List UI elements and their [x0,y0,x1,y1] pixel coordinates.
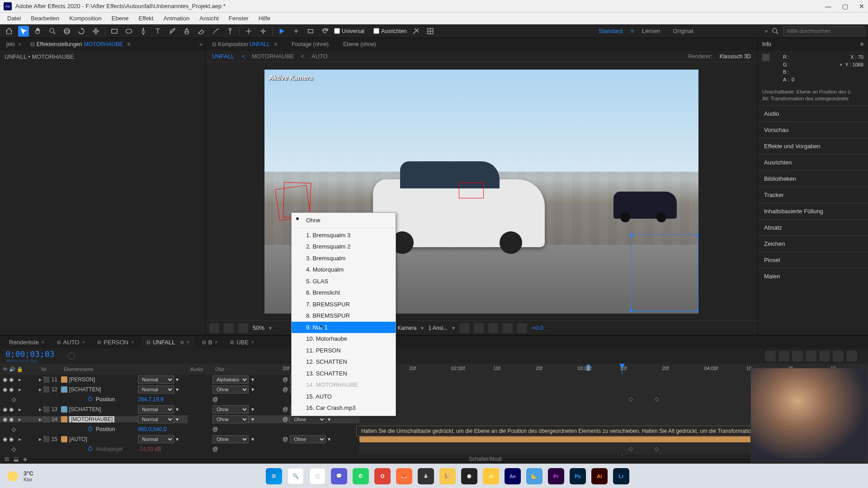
dropdown-item[interactable]: 4. Motorqualm [292,264,396,276]
layer-row[interactable]: ◉◉ ▸▸ ⬛ 11[PERSON]Normal▾Alphakanal▾@ ▾ [0,375,868,385]
nav-unfall[interactable]: UNFALL [212,53,234,60]
help-search[interactable] [771,26,864,36]
premiere-icon[interactable]: Pr [548,468,564,484]
tl-btn-5[interactable] [819,351,830,361]
after-effects-icon[interactable]: Ae [505,468,521,484]
zoom-value[interactable]: 50% [253,324,264,331]
dropdown-item[interactable]: 11. PERSON [292,345,396,357]
panel-effekte[interactable]: Effekte und Vorgaben [758,138,868,154]
selection-tool[interactable] [18,26,29,37]
snap-grid-tool[interactable] [425,26,436,37]
clone-stamp-tool[interactable] [181,26,192,37]
dropdown-item-ohne[interactable]: Ohne [292,215,396,226]
close-button[interactable]: ✕ [859,3,864,10]
puppet-pin-tool[interactable] [225,26,236,37]
refresh-button[interactable] [320,26,330,37]
start-button[interactable]: ⊞ [266,468,282,484]
panel-pinsel[interactable]: Pinsel [758,252,868,268]
hand-tool[interactable] [33,26,43,37]
dropdown-item[interactable]: 2. Bremsqualm 2 [292,241,396,253]
schalter-modi[interactable]: Schalter/Modi [469,456,502,462]
menu-hilfe[interactable]: Hilfe [254,14,275,23]
add-frame-button[interactable] [291,26,302,37]
tl-btn-6[interactable] [833,351,844,361]
exposure-value[interactable]: +0,0 [532,324,543,331]
explorer-icon[interactable]: 📁 [483,468,499,484]
brush-tool[interactable] [167,26,178,37]
maximize-button[interactable]: ▢ [842,3,848,10]
menu-ebene[interactable]: Ebene [107,14,133,23]
tl-btn-2[interactable] [778,351,789,361]
menu-effekt[interactable]: Effekt [134,14,158,23]
selection-box[interactable] [631,235,698,311]
dropdown-item[interactable]: 1. Bremsqualm 3 [292,230,396,241]
opera-icon[interactable]: O [374,468,391,484]
timeline-tab-unfall[interactable]: ⊟UNFALL≡× [141,337,195,347]
minimize-button[interactable]: — [825,3,831,10]
snapshot-icon[interactable] [503,323,513,333]
weather-widget[interactable]: 3°C Klar [6,470,33,483]
ausrichten-checkbox[interactable]: Ausrichten [373,28,407,34]
layer-row[interactable]: ◉◉ ▸▸ ⬛ 13[SCHATTEN]Normal▾Ohne▾@ ▾ [0,404,868,414]
dropdown-item[interactable]: 7. BREMSSPUR [292,299,396,310]
current-timecode[interactable]: 0;00;03;03 [5,349,54,359]
panel-ausrichten[interactable]: Ausrichten [758,154,868,170]
dropdown-item[interactable]: 10. Motorhaube [292,333,396,345]
zoom-tool[interactable] [47,26,58,37]
roto-brush-tool[interactable] [210,26,221,37]
timeline-tab-person[interactable]: ⊟PERSON× [92,337,139,347]
task-view-icon[interactable]: ◫ [309,468,326,484]
share-icon[interactable] [459,323,469,333]
axis-tool[interactable] [243,26,254,37]
nav-auto[interactable]: AUTO [311,53,328,60]
illustrator-icon[interactable]: Ai [591,468,608,484]
dropdown-item[interactable]: 9. Null 1↖ [292,322,396,333]
photoshop-icon[interactable]: Ps [570,468,586,484]
panel-absatz[interactable]: Absatz [758,219,868,235]
lightroom-icon[interactable]: Lr [613,468,629,484]
layer-row[interactable]: ◉◉ ▸▸ ⬛ 12[SCHATTEN]Normal▾Ohne▾@ ▾ [0,385,868,394]
search-taskbar-icon[interactable]: 🔍 [288,468,304,484]
panel-vorschau[interactable]: Vorschau [758,122,868,138]
renderer-value[interactable]: Klassisch 3D [720,53,751,60]
tl-footer-btn1[interactable]: ⊞ [5,456,9,462]
help-search-input[interactable] [783,26,864,36]
ellipse-tool[interactable] [123,26,134,37]
timecode-icon[interactable] [488,323,498,333]
firefox-icon[interactable]: 🦊 [396,468,412,484]
timeline-search-icon[interactable] [68,352,75,360]
menu-bearbeiten[interactable]: Bearbeiten [26,14,64,23]
tab-ebene[interactable]: Ebene (ohne) [340,39,380,49]
nav-motorhaube[interactable]: MOTORHAUBE [252,53,294,60]
layer-row[interactable]: ◇Ŏ Position264,7,19,9@◇◇ [0,394,868,404]
timeline-tab-ube[interactable]: ⊟UBE× [225,337,259,347]
menu-datei[interactable]: Datei [3,14,25,23]
tl-btn-7[interactable] [846,351,857,361]
tab-footage[interactable]: Footage (ohne) [288,39,332,49]
dropdown-item[interactable]: 15. AUTO [292,391,396,403]
rotate-tool[interactable] [76,26,87,37]
panel-zeichen[interactable]: Zeichen [758,235,868,252]
grid-icon[interactable] [209,323,219,333]
pan-behind-tool[interactable] [90,26,101,37]
channels-icon[interactable] [474,323,484,333]
tab-effekteinstellungen[interactable]: ⊟ Effekteinstellungen MOTORHAUBE ≡ [27,39,134,49]
panel-bibliotheken[interactable]: Bibliotheken [758,170,868,187]
guides-icon[interactable] [238,323,248,333]
type-tool[interactable] [152,26,163,37]
dropdown-item[interactable]: 8. BREMSSPUR [292,310,396,322]
workspace-lernen[interactable]: Lernen [637,28,665,34]
dropdown-item[interactable]: 12. SCHATTEN [292,356,396,368]
whatsapp-icon[interactable]: ✆ [353,468,369,484]
dropdown-item[interactable]: 16. Car Crash.mp3 [292,402,396,414]
composition-viewport[interactable]: Aktive Kamera [206,62,757,320]
tl-footer-btn2[interactable]: ⬓ [14,456,19,462]
menu-komposition[interactable]: Komposition [65,14,106,23]
tab-projekt[interactable]: jekt× [3,39,25,49]
tl-btn-3[interactable] [792,351,803,361]
menu-fenster[interactable]: Fenster [224,14,253,23]
app-8-icon[interactable]: ♟ [418,468,434,484]
tl-footer-btn3[interactable]: ◈ [23,456,27,462]
timeline-tab-auto[interactable]: ⊟AUTO× [52,337,90,347]
tl-btn-4[interactable] [806,351,816,361]
